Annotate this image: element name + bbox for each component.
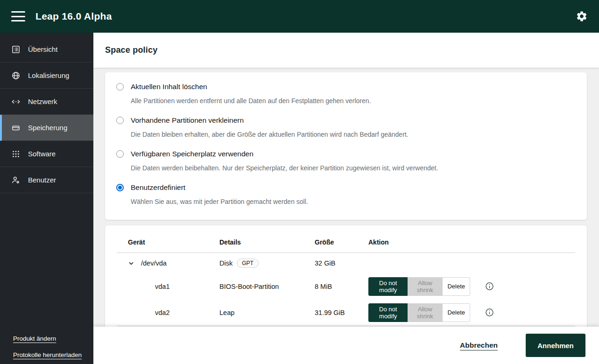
option-label: Verfügbaren Speicherplatz verwenden — [131, 150, 254, 158]
option-description: Wählen Sie aus, was mit jeder Partition … — [131, 198, 576, 205]
sidebar-item-label: Software — [28, 150, 56, 158]
bottom-action-bar: Abbrechen Annehmen — [93, 327, 599, 364]
table-row-disk: /dev/vda Disk GPT 32 GiB — [117, 253, 575, 273]
option-delete-content: Aktuellen Inhalt löschen Alle Partitione… — [116, 83, 576, 105]
device-details: Leap — [208, 300, 303, 326]
sidebar-footer: Produkt ändern Protokolle herunterladen — [13, 335, 82, 358]
radio-unchecked-icon[interactable] — [116, 117, 124, 124]
column-header-device: Gerät — [117, 237, 208, 253]
sidebar-item-netzwerk[interactable]: Netzwerk — [0, 89, 93, 115]
option-use-available-space-radio-row[interactable]: Verfügbaren Speicherplatz verwenden — [116, 150, 576, 158]
page-content: Aktuellen Inhalt löschen Alle Partitione… — [93, 68, 599, 327]
option-label: Aktuellen Inhalt löschen — [131, 83, 207, 91]
page-header: Space policy — [93, 33, 599, 68]
device-name: /dev/vda — [141, 259, 167, 267]
option-use-available-space: Verfügbaren Speicherplatz verwenden Die … — [116, 150, 576, 172]
option-custom: Benutzerdefiniert Wählen Sie aus, was mi… — [116, 183, 576, 205]
option-custom-radio-row[interactable]: Benutzerdefiniert — [116, 183, 576, 192]
option-shrink-partitions: Vorhandene Partitionen verkleinern Die D… — [116, 116, 576, 138]
radio-checked-icon[interactable] — [116, 184, 124, 191]
option-description: Die Daten werden beibehalten. Nur der Sp… — [131, 164, 576, 172]
apps-grid-icon — [11, 149, 21, 159]
sidebar-item-uebersicht[interactable]: Übersicht — [0, 36, 93, 63]
option-description: Die Daten bleiben erhalten, aber die Grö… — [131, 131, 576, 138]
globe-icon — [11, 71, 21, 80]
sidebar-item-speicherung[interactable]: Speicherung — [0, 115, 93, 141]
table-row-vda2: vda2 Leap 31.99 GiB Do not modify Allow … — [117, 300, 575, 326]
accept-button[interactable]: Annehmen — [526, 334, 585, 357]
do-not-modify-button[interactable]: Do not modify — [368, 277, 408, 296]
option-label: Vorhandene Partitionen verkleinern — [131, 116, 244, 125]
storage-drive-icon — [11, 123, 21, 133]
main-area: Space policy Aktuellen Inhalt löschen Al… — [93, 33, 599, 364]
radio-unchecked-icon[interactable] — [116, 83, 124, 91]
column-header-size: Größe — [303, 237, 357, 253]
sidebar-item-benutzer[interactable]: Benutzer — [0, 167, 93, 193]
sidebar-item-label: Speicherung — [28, 124, 67, 132]
option-label: Benutzerdefiniert — [131, 183, 185, 192]
delete-button[interactable]: Delete — [443, 303, 470, 322]
device-name: vda1 — [128, 283, 169, 290]
delete-button[interactable]: Delete — [443, 277, 470, 296]
top-bar: Leap 16.0 Alpha — [0, 0, 599, 33]
device-size: 8 MiB — [303, 273, 357, 300]
table-header-row: Gerät Details Größe Aktion — [117, 237, 575, 253]
option-shrink-partitions-radio-row[interactable]: Vorhandene Partitionen verkleinern — [116, 116, 576, 125]
settings-gear-icon[interactable] — [576, 10, 588, 22]
device-size: 31.99 GiB — [303, 300, 357, 326]
sidebar-nav: Übersicht Lokalisierung — [0, 33, 93, 193]
sidebar-item-software[interactable]: Software — [0, 141, 93, 167]
network-icon — [11, 97, 21, 106]
cancel-button[interactable]: Abbrechen — [460, 341, 498, 350]
radio-unchecked-icon[interactable] — [116, 150, 124, 158]
action-button-group: Do not modify Allow shrink Delete — [368, 303, 470, 322]
device-details: BIOS-Boot-Partition — [208, 273, 303, 300]
chevron-down-icon[interactable] — [128, 260, 134, 266]
sidebar-item-label: Übersicht — [28, 45, 57, 53]
info-icon[interactable] — [485, 282, 494, 291]
allow-shrink-button: Allow shrink — [408, 277, 443, 296]
user-gear-icon — [11, 175, 21, 185]
device-details: Disk — [219, 259, 233, 267]
info-icon[interactable] — [485, 308, 494, 317]
download-logs-link[interactable]: Protokolle herunterladen — [13, 351, 82, 358]
column-header-info — [474, 237, 575, 253]
change-product-link[interactable]: Produkt ändern — [13, 335, 82, 342]
app-window: Leap 16.0 Alpha Übersicht — [0, 0, 599, 364]
allow-shrink-button: Allow shrink — [408, 303, 443, 322]
overview-list-icon — [11, 45, 21, 54]
hamburger-menu-icon[interactable] — [11, 11, 25, 21]
device-name: vda2 — [128, 309, 169, 316]
device-size: 32 GiB — [303, 253, 357, 273]
column-header-action: Aktion — [357, 237, 474, 253]
sidebar: Übersicht Lokalisierung — [0, 33, 93, 364]
space-policy-options-card: Aktuellen Inhalt löschen Alle Partitione… — [105, 72, 587, 220]
table-row-vda1: vda1 BIOS-Boot-Partition 8 MiB Do not mo… — [117, 273, 575, 300]
sidebar-item-lokalisierung[interactable]: Lokalisierung — [0, 63, 93, 89]
sidebar-item-label: Netzwerk — [28, 98, 57, 105]
app-title: Leap 16.0 Alpha — [35, 11, 112, 22]
sidebar-item-label: Benutzer — [28, 176, 56, 184]
devices-table-card: Gerät Details Größe Aktion — [105, 225, 587, 327]
sidebar-item-label: Lokalisierung — [28, 71, 69, 79]
gpt-badge: GPT — [237, 259, 259, 268]
option-delete-content-radio-row[interactable]: Aktuellen Inhalt löschen — [116, 83, 576, 91]
do-not-modify-button[interactable]: Do not modify — [368, 303, 408, 322]
action-button-group: Do not modify Allow shrink Delete — [368, 277, 470, 296]
page-title: Space policy — [105, 45, 157, 55]
devices-table: Gerät Details Größe Aktion — [117, 237, 575, 326]
column-header-details: Details — [208, 237, 303, 253]
option-description: Alle Partitionen werden entfernt und all… — [131, 97, 576, 105]
